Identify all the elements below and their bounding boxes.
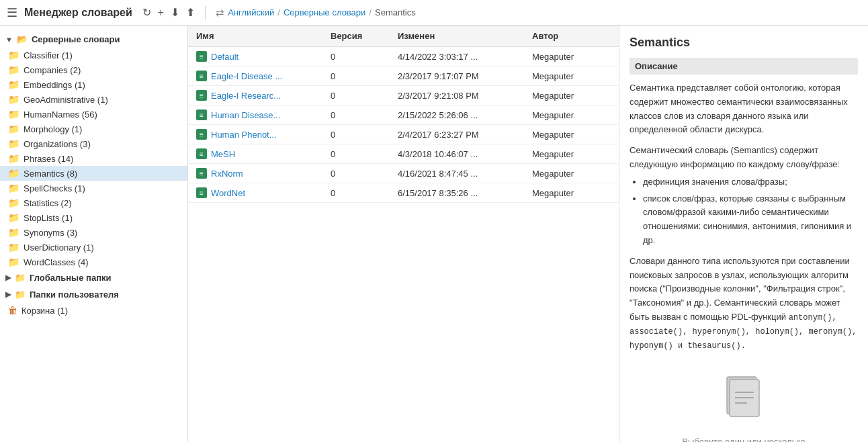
toolbar-actions: ↻ + ⬇ ⬆ [142, 6, 195, 19]
date-cell: 2/3/2017 9:17:07 PM [398, 71, 532, 81]
table-row[interactable]: ≡Eagle-I Researc...02/3/2017 9:21:08 PMM… [188, 86, 619, 105]
row-name[interactable]: Human Disease... [211, 110, 280, 120]
name-cell: ≡Eagle-I Researc... [196, 90, 331, 101]
row-name[interactable]: WordNet [211, 188, 245, 198]
sidebar-item-label: SpellChecks (1) [24, 183, 85, 193]
menu-icon[interactable]: ☰ [7, 5, 17, 20]
sidebar-item-14[interactable]: 📁WordClasses (4) [0, 255, 187, 269]
server-section-label: Серверные словари [32, 34, 120, 44]
sidebar-item-9[interactable]: 📁SpellChecks (1) [0, 181, 187, 195]
name-cell: ≡Human Disease... [196, 109, 331, 120]
sidebar-item-label: Statistics (2) [24, 198, 72, 208]
date-cell: 4/16/2021 8:47:45 ... [398, 169, 532, 179]
author-cell: Megaputer [532, 149, 619, 159]
details-desc1: Семантика представляет собой онтологию, … [630, 81, 858, 137]
sidebar-item-label: UserDictionary (1) [24, 242, 94, 253]
date-cell: 2/3/2017 9:21:08 PM [398, 91, 532, 101]
sidebar-item-8[interactable]: 📁Semantics (8) [0, 166, 187, 181]
row-name[interactable]: Eagle-I Researc... [211, 91, 281, 101]
date-cell: 4/14/2022 3:03:17 ... [398, 52, 532, 62]
sidebar-item-label: Synonyms (3) [24, 228, 77, 238]
user-section-header[interactable]: ▶ 📁 Папки пользователя [0, 286, 187, 303]
table-row[interactable]: ≡RxNorm04/16/2021 8:47:45 ...Megaputer [188, 164, 619, 183]
breadcrumb-current: Semantics [375, 7, 416, 17]
folder-icon: 📁 [8, 168, 19, 179]
global-section-header[interactable]: ▶ 📁 Глобальные папки [0, 269, 187, 286]
trash-label: Корзина (1) [21, 306, 68, 316]
sidebar-item-label: WordClasses (4) [24, 257, 89, 267]
version-cell: 0 [331, 130, 398, 140]
folder-icon: 📁 [8, 124, 19, 134]
dict-icon: ≡ [196, 71, 207, 81]
folder-icon: 📁 [8, 138, 19, 149]
details-desc3: Словари данного типа используются при со… [630, 255, 858, 353]
sidebar-item-5[interactable]: 📁Morphology (1) [0, 122, 187, 136]
table-row[interactable]: ≡WordNet06/15/2017 8:35:26 ...Megaputer [188, 183, 619, 203]
download-icon[interactable]: ⬇ [171, 6, 179, 19]
add-icon[interactable]: + [158, 7, 164, 19]
upload-icon[interactable]: ⬆ [186, 6, 195, 19]
sidebar-item-13[interactable]: 📁UserDictionary (1) [0, 240, 187, 255]
empty-dict-icon [724, 373, 764, 429]
folder-icon: 📁 [8, 212, 19, 223]
dict-icon: ≡ [196, 148, 207, 159]
sidebar-item-11[interactable]: 📁StopLists (1) [0, 210, 187, 225]
folder-icon: 📁 [8, 257, 19, 267]
table-row[interactable]: ≡Human Phenot...02/4/2017 6:23:27 PMMega… [188, 125, 619, 144]
row-name[interactable]: Eagle-I Disease ... [211, 71, 282, 81]
table-row[interactable]: ≡Eagle-I Disease ...02/3/2017 9:17:07 PM… [188, 67, 619, 86]
folder-icon: 📁 [8, 94, 19, 105]
row-name[interactable]: RxNorm [211, 169, 243, 179]
breadcrumb-section[interactable]: Серверные словари [284, 7, 365, 17]
date-cell: 2/4/2017 6:23:27 PM [398, 130, 532, 140]
version-cell: 0 [331, 71, 398, 81]
row-name[interactable]: MeSH [211, 149, 235, 159]
sidebar-item-label: Classifier (1) [24, 50, 73, 60]
table-header: Имя Версия Изменен Автор [188, 26, 619, 47]
user-label: Папки пользователя [30, 290, 119, 300]
sidebar-item-0[interactable]: 📁Classifier (1) [0, 48, 187, 62]
details-title: Semantics [630, 36, 858, 50]
trash-icon: 🗑 [8, 305, 17, 316]
sidebar-item-7[interactable]: 📁Phrases (14) [0, 151, 187, 166]
arrow-icon-3: ▶ [5, 290, 11, 299]
dict-icon: ≡ [196, 187, 207, 198]
global-folder-icon: 📁 [15, 273, 26, 283]
details-section-header: Описание [630, 58, 858, 75]
folder-icon: 📁 [8, 197, 19, 208]
breadcrumb-lang[interactable]: Английский [228, 7, 274, 17]
refresh-icon[interactable]: ↻ [142, 6, 151, 19]
table-rows: ≡Default04/14/2022 3:03:17 ...Megaputer≡… [188, 47, 619, 203]
version-cell: 0 [331, 91, 398, 101]
sidebar-item-1[interactable]: 📁Companies (2) [0, 62, 187, 77]
trash-item[interactable]: 🗑 Корзина (1) [0, 303, 187, 318]
row-name[interactable]: Default [211, 52, 238, 62]
date-cell: 6/15/2017 8:35:26 ... [398, 188, 532, 198]
sidebar-item-10[interactable]: 📁Statistics (2) [0, 195, 187, 210]
details-desc2: Семантический словарь (Semantics) содерж… [630, 144, 858, 248]
name-cell: ≡Eagle-I Disease ... [196, 71, 331, 81]
bullet-1: дефиниция значения слова/фразы; [643, 175, 858, 189]
sidebar-item-3[interactable]: 📁GeoAdministrative (1) [0, 92, 187, 107]
sidebar-item-label: Phrases (14) [24, 154, 73, 164]
table-row[interactable]: ≡Human Disease...02/15/2022 5:26:06 ...M… [188, 105, 619, 125]
col-name: Имя [196, 31, 331, 41]
version-cell: 0 [331, 110, 398, 120]
table-row[interactable]: ≡Default04/14/2022 3:03:17 ...Megaputer [188, 47, 619, 67]
sidebar-item-2[interactable]: 📁Embeddings (1) [0, 77, 187, 92]
version-cell: 0 [331, 188, 398, 198]
sidebar-item-label: Organizations (3) [24, 139, 91, 149]
dict-icon: ≡ [196, 168, 207, 179]
server-section-header[interactable]: ▼ 📂 Серверные словари [0, 31, 187, 48]
sidebar-item-4[interactable]: 📁HumanNames (56) [0, 107, 187, 122]
sidebar-item-6[interactable]: 📁Organizations (3) [0, 136, 187, 151]
app-title: Менеджер словарей [24, 7, 132, 19]
author-cell: Megaputer [532, 188, 619, 198]
breadcrumb-sep2: / [369, 7, 372, 17]
sidebar-item-12[interactable]: 📁Synonyms (3) [0, 225, 187, 240]
row-name[interactable]: Human Phenot... [211, 130, 277, 140]
main-container: ▼ 📂 Серверные словари 📁Classifier (1)📁Co… [0, 26, 868, 442]
table-row[interactable]: ≡MeSH04/3/2018 10:46:07 ...Megaputer [188, 144, 619, 164]
topbar: ☰ Менеджер словарей ↻ + ⬇ ⬆ ⇄ Английский… [0, 0, 868, 26]
version-cell: 0 [331, 149, 398, 159]
